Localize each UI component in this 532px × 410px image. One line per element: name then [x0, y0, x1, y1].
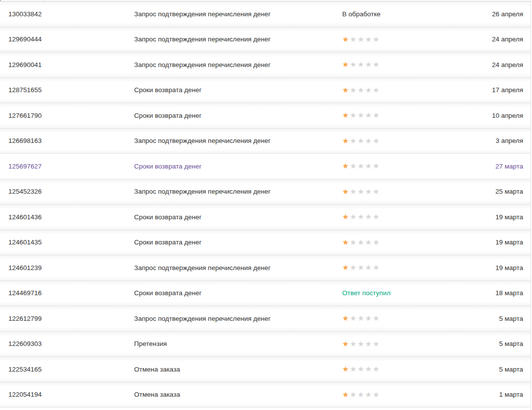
table-row[interactable]: 130033842 Запрос подтверждения перечисле…	[0, 1, 531, 27]
star-filled-icon: ★	[342, 340, 350, 347]
request-status: ★★★★★	[342, 365, 468, 373]
request-topic: Сроки возврата денег	[134, 163, 342, 170]
star-empty-icon: ★	[350, 137, 358, 144]
request-id: 130033842	[0, 10, 134, 18]
star-empty-icon: ★	[350, 314, 358, 322]
star-empty-icon: ★	[350, 391, 358, 398]
request-status: Ответ поступил	[342, 289, 468, 297]
table-row[interactable]: 122054194 Отмена заказа ★★★★★ 1 марта	[0, 382, 531, 408]
rating-stars: ★★★★★	[342, 137, 381, 144]
request-topic: Сроки возврата денег	[134, 112, 342, 119]
table-row[interactable]: 124601239 Запрос подтверждения перечисле…	[0, 255, 531, 280]
star-empty-icon: ★	[365, 213, 373, 220]
request-topic: Запрос подтверждения перечисления денег	[134, 35, 342, 43]
request-id: 125697627	[0, 163, 134, 170]
request-id: 122609303	[0, 340, 134, 347]
star-filled-icon: ★	[342, 35, 350, 43]
star-filled-icon: ★	[342, 239, 350, 246]
star-empty-icon: ★	[357, 86, 365, 94]
table-row[interactable]: 125697627 Сроки возврата денег ★★★★★ 27 …	[0, 153, 531, 179]
star-empty-icon: ★	[373, 61, 381, 68]
request-date: 24 апреля	[468, 61, 531, 68]
table-right-border	[531, 0, 531, 410]
request-status: ★★★★★	[342, 340, 468, 348]
star-empty-icon: ★	[365, 111, 373, 119]
star-empty-icon: ★	[350, 365, 358, 373]
rating-stars: ★★★★★	[342, 61, 381, 68]
request-id: 122534165	[0, 366, 134, 373]
table-row[interactable]: 129690041 Запрос подтверждения перечисле…	[0, 52, 531, 77]
request-id: 124601435	[0, 239, 134, 246]
star-empty-icon: ★	[365, 35, 373, 43]
star-empty-icon: ★	[350, 86, 358, 94]
request-date: 3 апреля	[468, 137, 531, 144]
star-filled-icon: ★	[342, 264, 350, 271]
table-row[interactable]: 127661790 Сроки возврата денег ★★★★★ 10 …	[0, 102, 531, 128]
table-row[interactable]: 124601436 Сроки возврата денег ★★★★★ 19 …	[0, 204, 531, 230]
star-empty-icon: ★	[365, 264, 373, 271]
table-row[interactable]: 125452326 Запрос подтверждения перечисле…	[0, 179, 531, 205]
request-date: 1 марта	[468, 391, 531, 398]
star-empty-icon: ★	[357, 111, 365, 119]
request-date: 5 марта	[468, 340, 531, 347]
star-empty-icon: ★	[350, 61, 358, 68]
star-empty-icon: ★	[357, 35, 365, 43]
request-id: 124601239	[0, 264, 134, 272]
request-id: 122054194	[0, 391, 134, 398]
star-filled-icon: ★	[342, 111, 350, 119]
star-filled-icon: ★	[342, 188, 350, 195]
star-empty-icon: ★	[365, 340, 373, 347]
request-topic: Отмена заказа	[134, 391, 342, 398]
star-empty-icon: ★	[357, 188, 365, 195]
rating-stars: ★★★★★	[342, 86, 381, 94]
star-empty-icon: ★	[357, 213, 365, 220]
rating-stars: ★★★★★	[342, 162, 381, 170]
table-row[interactable]: 124601435 Сроки возврата денег ★★★★★ 19 …	[0, 230, 531, 255]
star-empty-icon: ★	[357, 314, 365, 322]
request-id: 122612799	[0, 315, 134, 322]
star-empty-icon: ★	[373, 35, 381, 43]
star-empty-icon: ★	[365, 162, 373, 170]
star-empty-icon: ★	[350, 162, 358, 170]
star-empty-icon: ★	[350, 239, 358, 246]
star-empty-icon: ★	[373, 86, 381, 94]
table-row[interactable]: 129690444 Запрос подтверждения перечисле…	[0, 27, 531, 52]
request-date: 17 апреля	[468, 86, 531, 94]
table-row[interactable]: 128751655 Сроки возврата денег ★★★★★ 17 …	[0, 77, 531, 103]
request-date: 26 апреля	[468, 10, 531, 18]
rating-stars: ★★★★★	[342, 213, 381, 220]
star-empty-icon: ★	[365, 188, 373, 195]
star-empty-icon: ★	[373, 314, 381, 322]
star-empty-icon: ★	[373, 391, 381, 398]
request-status: ★★★★★	[342, 35, 468, 43]
request-topic: Запрос подтверждения перечисления денег	[134, 10, 342, 18]
request-date: 27 марта	[468, 163, 531, 170]
rating-stars: ★★★★★	[342, 365, 381, 373]
star-empty-icon: ★	[357, 340, 365, 347]
star-empty-icon: ★	[350, 35, 358, 43]
request-topic: Претензия	[134, 340, 342, 347]
star-empty-icon: ★	[350, 340, 358, 347]
request-id: 127661790	[0, 112, 134, 119]
star-empty-icon: ★	[373, 111, 381, 119]
star-empty-icon: ★	[350, 111, 358, 119]
table-row[interactable]: 122534165 Отмена заказа ★★★★★ 5 марта	[0, 356, 531, 382]
request-topic: Сроки возврата денег	[134, 213, 342, 221]
rating-stars: ★★★★★	[342, 264, 381, 271]
table-row[interactable]: 126698163 Запрос подтверждения перечисле…	[0, 128, 531, 154]
rating-stars: ★★★★★	[342, 188, 381, 195]
star-empty-icon: ★	[373, 264, 381, 271]
rating-stars: ★★★★★	[342, 391, 381, 398]
star-filled-icon: ★	[342, 162, 350, 170]
table-row[interactable]: 124469716 Сроки возврата денег Ответ пос…	[0, 280, 531, 306]
request-status: ★★★★★	[342, 239, 468, 246]
star-empty-icon: ★	[365, 239, 373, 246]
star-filled-icon: ★	[342, 137, 350, 144]
table-row[interactable]: 122612799 Запрос подтверждения перечисле…	[0, 306, 531, 331]
star-empty-icon: ★	[350, 188, 358, 195]
request-status: ★★★★★	[342, 188, 468, 196]
table-row[interactable]: 122609303 Претензия ★★★★★ 5 марта	[0, 331, 531, 357]
rating-stars: ★★★★★	[342, 340, 381, 347]
request-id: 128751655	[0, 86, 134, 94]
request-status: ★★★★★	[342, 61, 468, 68]
